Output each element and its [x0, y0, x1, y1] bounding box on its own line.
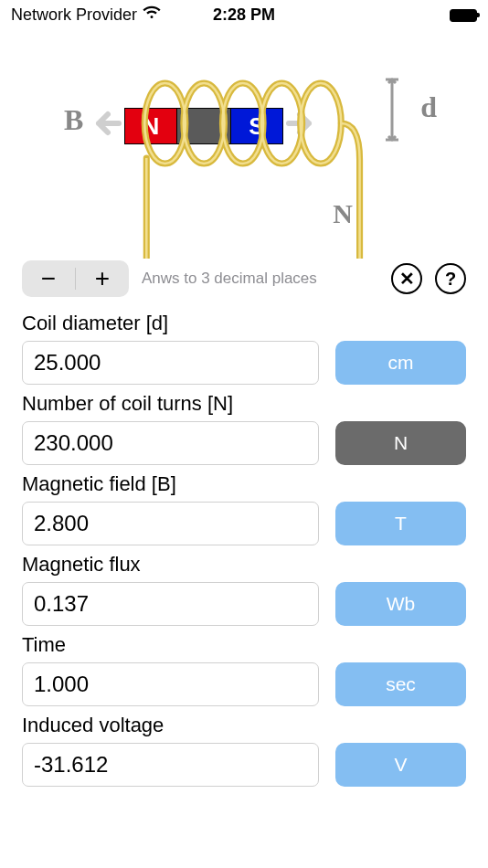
voltage-label: Induced voltage — [22, 714, 466, 737]
voltage-unit-button[interactable]: V — [335, 743, 466, 787]
d-axis-label: d — [420, 90, 437, 124]
diameter-bracket-icon — [384, 78, 402, 142]
bar-magnet: N S — [124, 108, 283, 144]
magnet-north: N — [124, 108, 177, 144]
flux-row: Wb — [22, 582, 466, 626]
help-icon: ? — [445, 269, 456, 290]
turns-label: Number of coil turns [N] — [22, 392, 466, 416]
b-axis-label: B — [64, 103, 83, 137]
bfield-row: T — [22, 502, 466, 545]
turns-input[interactable] — [22, 421, 319, 465]
time-input[interactable] — [22, 662, 319, 706]
bfield-unit-button[interactable]: T — [335, 502, 466, 545]
magnet-south: S — [230, 108, 283, 144]
clear-button[interactable]: ✕ — [391, 263, 422, 294]
precision-hint: Anws to 3 decimal places — [142, 270, 378, 288]
diameter-input[interactable] — [22, 341, 319, 385]
coil-icon — [128, 76, 387, 259]
help-button[interactable]: ? — [435, 263, 466, 294]
flux-input[interactable] — [22, 582, 319, 626]
calculator-form: Coil diameter [d] cm Number of coil turn… — [0, 312, 488, 787]
flux-unit-button[interactable]: Wb — [335, 582, 466, 626]
coil-illustration: B d N N S — [0, 45, 488, 255]
decrease-precision-button[interactable]: − — [22, 260, 75, 297]
magnet-with-arrows: N S — [91, 105, 316, 147]
magnet-middle — [177, 108, 230, 144]
bfield-input[interactable] — [22, 502, 319, 545]
n-axis-label: N — [333, 198, 353, 229]
time-row: sec — [22, 662, 466, 706]
time-unit-button[interactable]: sec — [335, 662, 466, 706]
battery-icon — [450, 9, 477, 22]
precision-toolbar: − + Anws to 3 decimal places ✕ ? — [0, 255, 488, 304]
diameter-label: Coil diameter [d] — [22, 312, 466, 335]
status-bar: Network Provider 2:28 PM — [0, 0, 488, 26]
turns-unit-button[interactable]: N — [335, 421, 466, 465]
precision-stepper: − + — [22, 260, 129, 297]
flux-label: Magnetic flux — [22, 553, 466, 577]
increase-precision-button[interactable]: + — [76, 260, 129, 297]
voltage-row: V — [22, 743, 466, 787]
arrow-right-icon — [283, 105, 316, 147]
diameter-row: cm — [22, 341, 466, 385]
turns-row: N — [22, 421, 466, 465]
bfield-label: Magnetic field [B] — [22, 472, 466, 496]
arrow-left-icon — [91, 105, 124, 147]
voltage-input[interactable] — [22, 743, 319, 787]
diameter-unit-button[interactable]: cm — [335, 341, 466, 385]
status-time: 2:28 PM — [0, 5, 488, 25]
time-label: Time — [22, 633, 466, 657]
close-icon: ✕ — [399, 268, 415, 290]
